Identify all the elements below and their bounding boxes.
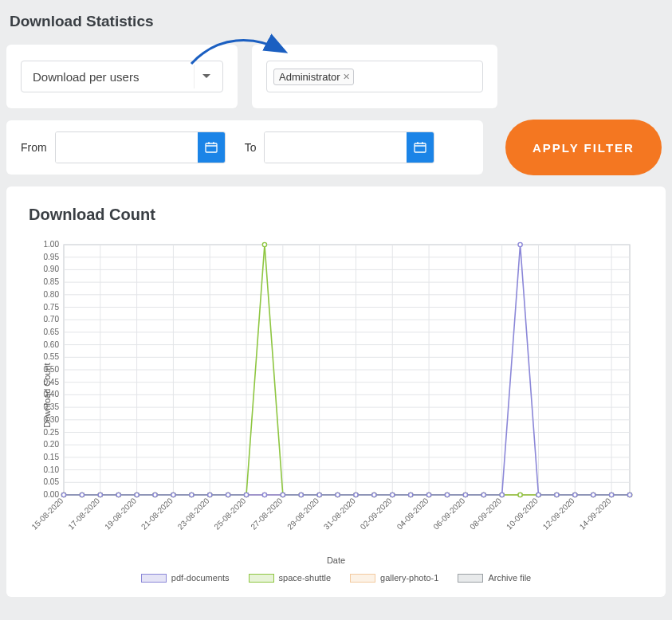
svg-text:0.15: 0.15 (44, 453, 60, 461)
svg-point-175 (281, 492, 285, 496)
svg-point-183 (426, 492, 430, 496)
svg-text:19-08-2020: 19-08-2020 (103, 496, 138, 531)
svg-point-190 (555, 492, 559, 496)
svg-point-174 (262, 492, 266, 496)
svg-text:21-08-2020: 21-08-2020 (140, 496, 175, 531)
svg-text:1.00: 1.00 (44, 240, 60, 249)
svg-rect-4 (415, 143, 426, 152)
svg-point-191 (573, 492, 577, 496)
svg-point-168 (153, 492, 157, 496)
svg-text:0.95: 0.95 (44, 253, 60, 261)
svg-text:31-08-2020: 31-08-2020 (322, 496, 357, 531)
page-title: Download Statistics (10, 13, 666, 30)
svg-point-184 (445, 492, 449, 496)
legend-swatch (458, 574, 483, 583)
legend-label: Archive file (488, 573, 531, 583)
user-tag-label: Administrator (279, 71, 340, 83)
legend-swatch (350, 574, 375, 583)
from-date-input[interactable] (56, 132, 198, 163)
legend-label: pdf-documents (171, 573, 230, 583)
svg-point-182 (409, 492, 413, 496)
user-tag: Administrator ✕ (273, 69, 354, 85)
svg-text:0.20: 0.20 (44, 440, 60, 449)
chart-card: Download Count Download Count 0.000.050.… (6, 186, 666, 597)
date-filter-card: From To (6, 120, 483, 175)
from-date-field[interactable] (55, 131, 226, 163)
svg-point-192 (591, 492, 595, 496)
calendar-icon[interactable] (407, 132, 434, 163)
chart-plot-area: 0.000.050.100.150.200.250.300.350.400.45… (29, 240, 635, 551)
svg-text:08-09-2020: 08-09-2020 (468, 496, 503, 531)
svg-text:04-09-2020: 04-09-2020 (395, 496, 430, 531)
svg-point-180 (372, 492, 376, 496)
svg-point-177 (317, 492, 321, 496)
svg-text:25-08-2020: 25-08-2020 (212, 496, 247, 531)
to-date-input[interactable] (265, 132, 407, 163)
remove-tag-icon[interactable]: ✕ (343, 72, 350, 82)
svg-text:14-09-2020: 14-09-2020 (578, 496, 613, 531)
svg-point-170 (190, 492, 194, 496)
to-date-field[interactable] (264, 131, 434, 163)
legend-label: gallery-photo-1 (380, 573, 438, 583)
svg-text:0.25: 0.25 (44, 428, 60, 437)
user-tag-input[interactable]: Administrator ✕ (266, 61, 483, 92)
svg-point-185 (463, 492, 467, 496)
svg-point-176 (299, 492, 303, 496)
svg-point-167 (135, 492, 139, 496)
svg-point-142 (262, 242, 266, 246)
svg-point-187 (500, 492, 504, 496)
chart-title: Download Count (29, 206, 643, 224)
legend-item[interactable]: pdf-documents (141, 573, 230, 583)
svg-text:02-09-2020: 02-09-2020 (359, 496, 394, 531)
svg-text:15-08-2020: 15-08-2020 (29, 496, 65, 531)
chart-x-axis-label: Date (29, 555, 643, 565)
legend-item[interactable]: space-shuttle (249, 573, 331, 583)
svg-text:0.85: 0.85 (44, 277, 60, 286)
svg-text:12-09-2020: 12-09-2020 (541, 496, 576, 531)
svg-point-156 (518, 492, 522, 496)
apply-filter-button[interactable]: APPLY FILTER (505, 120, 662, 175)
chevron-down-icon[interactable] (194, 65, 218, 88)
svg-point-163 (61, 492, 65, 496)
filter-mode-selected: Download per users (33, 70, 139, 84)
user-filter-card: Administrator ✕ (252, 45, 497, 108)
svg-point-186 (481, 492, 485, 496)
legend-item[interactable]: gallery-photo-1 (350, 573, 438, 583)
svg-text:0.60: 0.60 (44, 340, 60, 349)
filter-mode-card: Download per users (6, 45, 238, 108)
svg-point-179 (354, 492, 358, 496)
svg-text:17-08-2020: 17-08-2020 (66, 496, 101, 531)
legend-item[interactable]: Archive file (458, 573, 531, 583)
svg-text:29-08-2020: 29-08-2020 (285, 496, 320, 531)
svg-text:0.05: 0.05 (44, 477, 60, 486)
svg-text:10-09-2020: 10-09-2020 (505, 496, 540, 531)
filter-mode-dropdown[interactable]: Download per users (21, 61, 223, 92)
svg-point-173 (244, 492, 248, 496)
legend-swatch (141, 574, 167, 583)
svg-point-164 (80, 492, 84, 496)
to-label: To (245, 141, 257, 154)
svg-point-181 (391, 492, 395, 496)
svg-text:27-08-2020: 27-08-2020 (249, 496, 284, 531)
svg-text:0.90: 0.90 (44, 265, 60, 273)
svg-text:0.70: 0.70 (44, 315, 60, 324)
svg-point-171 (208, 492, 212, 496)
legend-label: space-shuttle (279, 573, 331, 583)
svg-text:0.80: 0.80 (44, 290, 60, 299)
from-label: From (21, 141, 47, 154)
svg-rect-0 (206, 143, 217, 152)
chart-legend: pdf-documentsspace-shuttlegallery-photo-… (29, 573, 643, 583)
svg-text:23-08-2020: 23-08-2020 (176, 496, 211, 531)
svg-text:0.75: 0.75 (44, 303, 60, 312)
svg-text:0.55: 0.55 (44, 352, 60, 361)
chart-y-axis-label: Download Count (42, 363, 52, 427)
svg-point-166 (116, 492, 120, 496)
svg-text:0.65: 0.65 (44, 328, 60, 336)
svg-text:0.10: 0.10 (44, 465, 60, 474)
svg-text:06-09-2020: 06-09-2020 (431, 496, 466, 531)
svg-point-172 (226, 492, 230, 496)
calendar-icon[interactable] (198, 132, 225, 163)
legend-swatch (249, 574, 274, 583)
svg-point-178 (336, 492, 340, 496)
svg-point-165 (98, 492, 102, 496)
